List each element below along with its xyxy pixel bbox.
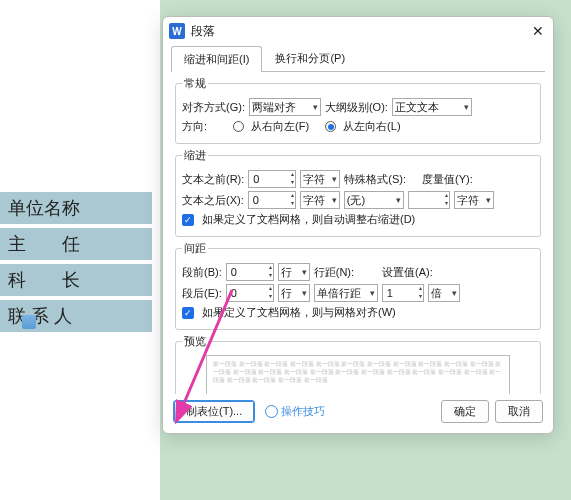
group-indent-legend: 缩进 [182,148,208,163]
auto-adjust-label[interactable]: 如果定义了文档网格，则自动调整右缩进(D) [202,212,415,227]
special-indent-label: 特殊格式(S): [344,172,406,187]
setvalue-spin[interactable]: 1 [382,284,424,302]
group-spacing: 间距 段前(B): 0 行 行距(N): 设置值(A): 段后(E): 0 行 … [175,241,541,330]
outline-level-label: 大纲级别(O): [325,100,388,115]
dialog-title: 段落 [191,23,529,40]
outline-level-combo[interactable]: 正文文本 [392,98,472,116]
close-icon[interactable]: ✕ [529,22,547,40]
alignment-label: 对齐方式(G): [182,100,245,115]
auto-adjust-checkbox[interactable]: ✓ [182,214,194,226]
measure-spin[interactable] [408,191,450,209]
snap-grid-label[interactable]: 如果定义了文档网格，则与网格对齐(W) [202,305,396,320]
tabs-button[interactable]: 制表位(T)... [173,400,255,423]
tips-label: 操作技巧 [281,404,325,419]
direction-ltr-radio[interactable] [325,121,336,132]
direction-label: 方向: [182,119,207,134]
linespacing-label: 行距(N): [314,265,354,280]
group-general: 常规 对齐方式(G): 两端对齐 大纲级别(O): 正文文本 方向: 从右向左(… [175,76,541,144]
indent-after-label: 文本之后(X): [182,193,244,208]
group-preview: 预览 前一段落 前一段落 前一段落 前一段落 前一段落 前一段落 前一段落 前一… [175,334,541,394]
app-icon: W [169,23,185,39]
space-after-unit[interactable]: 行 [278,284,310,302]
dialog-button-row: 制表位(T)... 操作技巧 确定 取消 [163,394,553,433]
indent-after-spin[interactable]: 0 [248,191,296,209]
space-before-spin[interactable]: 0 [226,263,274,281]
indent-before-unit[interactable]: 字符 [300,170,340,188]
group-spacing-legend: 间距 [182,241,208,256]
preview-box: 前一段落 前一段落 前一段落 前一段落 前一段落 前一段落 前一段落 前一段落 … [206,355,510,394]
indent-before-spin[interactable]: 0 [248,170,296,188]
tab-indent-spacing[interactable]: 缩进和间距(I) [171,46,262,72]
tips-icon [265,405,278,418]
space-after-label: 段后(E): [182,286,222,301]
doc-line: 科 长 [0,264,152,296]
direction-rtl-label[interactable]: 从右向左(F) [251,119,309,134]
paragraph-dialog: W 段落 ✕ 缩进和间距(I) 换行和分页(P) 常规 对齐方式(G): 两端对… [162,16,554,434]
group-indent: 缩进 文本之前(R): 0 字符 特殊格式(S): 度量值(Y): 文本之后(X… [175,148,541,237]
group-preview-legend: 预览 [182,334,208,349]
setvalue-unit[interactable]: 倍 [428,284,460,302]
measure-unit[interactable]: 字符 [454,191,494,209]
doc-line: 单位名称 [0,192,152,224]
measure-label: 度量值(Y): [422,172,473,187]
linespacing-combo[interactable]: 单倍行距 [314,284,378,302]
doc-line: 主 任 [0,228,152,260]
direction-ltr-label[interactable]: 从左向右(L) [343,119,400,134]
dialog-tabs: 缩进和间距(I) 换行和分页(P) [163,45,553,71]
special-indent-combo[interactable]: (无) [344,191,404,209]
space-after-spin[interactable]: 0 [226,284,274,302]
group-general-legend: 常规 [182,76,208,91]
document-background: 单位名称 主 任 科 长 联 系 人 [0,0,160,500]
dialog-content: 常规 对齐方式(G): 两端对齐 大纲级别(O): 正文文本 方向: 从右向左(… [163,72,553,394]
dialog-titlebar: W 段落 ✕ [163,17,553,45]
indent-after-unit[interactable]: 字符 [300,191,340,209]
anchor-icon [22,315,36,329]
cancel-button[interactable]: 取消 [495,400,543,423]
alignment-combo[interactable]: 两端对齐 [249,98,321,116]
space-before-unit[interactable]: 行 [278,263,310,281]
indent-before-label: 文本之前(R): [182,172,244,187]
setvalue-label: 设置值(A): [382,265,433,280]
tab-line-page-breaks[interactable]: 换行和分页(P) [262,45,358,71]
snap-grid-checkbox[interactable]: ✓ [182,307,194,319]
ok-button[interactable]: 确定 [441,400,489,423]
direction-rtl-radio[interactable] [233,121,244,132]
tips-button[interactable]: 操作技巧 [261,404,329,419]
space-before-label: 段前(B): [182,265,222,280]
